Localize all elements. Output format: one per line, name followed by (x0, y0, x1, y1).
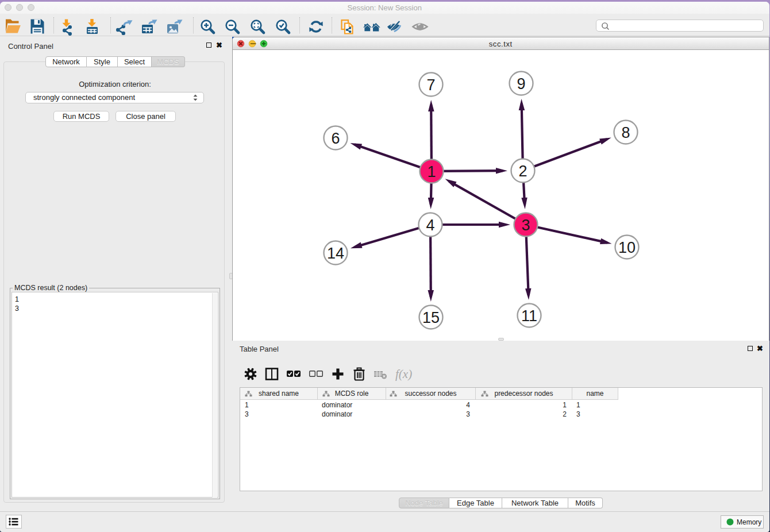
svg-text:15: 15 (422, 309, 440, 326)
svg-text:14: 14 (327, 245, 344, 262)
svg-text:7: 7 (426, 76, 435, 94)
svg-text:8: 8 (621, 124, 630, 141)
svg-text:11: 11 (521, 307, 537, 325)
svg-text:9: 9 (517, 75, 525, 92)
svg-text:3: 3 (521, 217, 530, 234)
svg-text:1: 1 (427, 163, 436, 180)
svg-text:6: 6 (331, 130, 340, 147)
svg-text:f(x): f(x) (395, 367, 412, 381)
svg-text:2: 2 (518, 163, 527, 180)
svg-text:10: 10 (618, 239, 636, 256)
svg-text:4: 4 (426, 217, 434, 234)
